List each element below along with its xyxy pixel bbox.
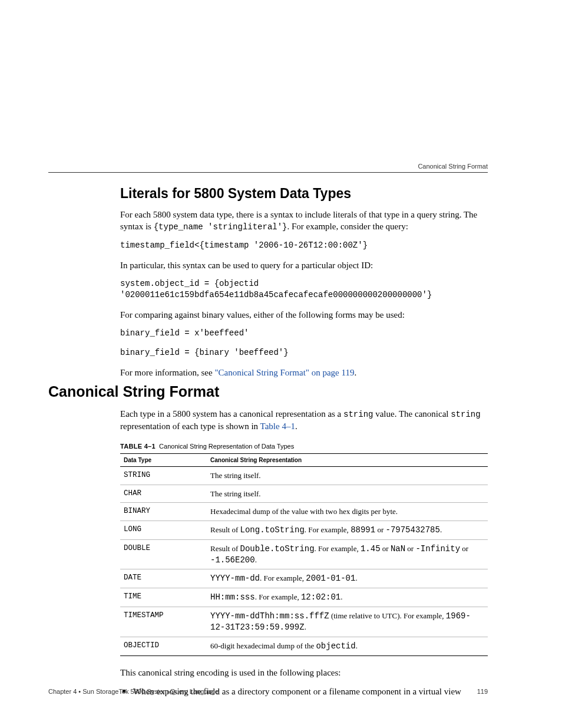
table-row: BINARYHexadecimal dump of the value with… (120, 503, 488, 521)
text: Result of (210, 525, 240, 534)
inline-code: YYYY-mm-dd (210, 574, 260, 583)
text: or (381, 544, 391, 553)
content-block-1: Literals for 5800 System Data Types For … (120, 186, 488, 386)
running-head: Canonical String Format (418, 163, 488, 170)
text: . (356, 641, 358, 650)
cell-representation: The string itself. (207, 467, 488, 485)
table-row: CHARThe string itself. (120, 485, 488, 503)
cell-representation: Result of Long.toString. For example, 88… (207, 521, 488, 539)
text: . (355, 574, 357, 582)
inline-code: 88991 (351, 525, 375, 535)
inline-code: NaN (391, 544, 405, 554)
col-header-representation: Canonical String Representation (207, 454, 488, 467)
inline-code: HH:mm:sss (210, 592, 255, 602)
text: (time relative to UTC). For example, (329, 611, 446, 620)
cell-representation: 60-digit hexadecimal dump of the objecti… (207, 637, 488, 656)
text: or (460, 544, 468, 553)
table-row: LONGResult of Long.toString. For example… (120, 521, 488, 539)
table-row: TIMESTAMPYYYY-mm-ddThh:mm:ss.fffZ (time … (120, 607, 488, 637)
inline-code: Double.toString (240, 544, 315, 554)
text: The string itself. (210, 489, 261, 498)
text: . For example, (255, 592, 301, 601)
text: . For example, (305, 525, 351, 534)
table-label: TABLE 4–1 (120, 443, 156, 450)
text: For more information, see (120, 368, 214, 377)
text: . (340, 592, 342, 601)
table-canonical-string: Data Type Canonical String Representatio… (120, 453, 488, 656)
cell-representation: YYYY-mm-ddThh:mm:ss.fffZ (time relative … (207, 607, 488, 637)
text: value. The canonical (373, 409, 451, 419)
link-canonical-string-format[interactable]: "Canonical String Format" on page 119 (214, 368, 354, 377)
cell-data-type: STRING (120, 467, 207, 485)
inline-code: 1.45 (361, 544, 381, 554)
cell-representation: Result of Double.toString. For example, … (207, 539, 488, 569)
table-caption: TABLE 4–1 Canonical String Representatio… (120, 443, 488, 450)
para-3: For comparing against binary values, eit… (120, 309, 488, 321)
text: or (405, 544, 415, 553)
text: . (354, 368, 356, 377)
inline-code: -7975432785 (385, 525, 439, 535)
text: . (295, 421, 297, 431)
page-footer: Chapter 4 • Sun StorageTek 5800 System Q… (48, 688, 488, 695)
text: Hexadecimal dump of the value with two h… (210, 507, 398, 516)
inline-code: -Infinity (415, 544, 460, 554)
cell-representation: The string itself. (207, 485, 488, 503)
col-header-data-type: Data Type (120, 454, 207, 467)
inline-code: 2001-01-01 (306, 574, 355, 583)
text: . (440, 525, 442, 534)
cell-data-type: DATE (120, 569, 207, 588)
inline-code: string (343, 410, 373, 419)
para-2: In particular, this syntax can be used t… (120, 259, 488, 271)
text: . For example, consider the query: (287, 222, 408, 231)
text: 60-digit hexadecimal dump of the (210, 641, 316, 650)
text: . (255, 555, 257, 564)
text: Each type in a 5800 system has a canonic… (120, 409, 343, 419)
text: The string itself. (210, 471, 261, 480)
inline-code: Long.toString (240, 525, 305, 535)
content-block-2: Each type in a 5800 system has a canonic… (120, 408, 488, 697)
para-4: For more information, see "Canonical Str… (120, 367, 488, 378)
text: Result of (210, 544, 240, 553)
text: . For example, (260, 574, 306, 582)
cell-representation: HH:mm:sss. For example, 12:02:01. (207, 588, 488, 607)
inline-code: {type_name 'stringliteral'} (154, 222, 287, 232)
heading-literals: Literals for 5800 System Data Types (120, 186, 488, 202)
text: or (375, 525, 385, 534)
table-row: DATEYYYY-mm-dd. For example, 2001-01-01. (120, 569, 488, 588)
inline-code: string (451, 410, 480, 419)
inline-code: YYYY-mm-ddThh:mm:ss.fffZ (210, 611, 329, 621)
code-block-3: binary_field = x'beeffeed' (120, 328, 488, 339)
cell-data-type: CHAR (120, 485, 207, 503)
para-6: This canonical string encoding is used i… (120, 667, 488, 678)
text: . For example, (315, 544, 361, 553)
cell-data-type: BINARY (120, 503, 207, 521)
header-rule (48, 172, 488, 173)
text: . (305, 622, 306, 631)
code-block-2: system.object_id = {objectid '0200011e61… (120, 278, 488, 301)
para-5: Each type in a 5800 system has a canonic… (120, 408, 488, 432)
table-title: Canonical String Representation of Data … (159, 443, 294, 450)
cell-data-type: OBJECTID (120, 637, 207, 656)
table-row: OBJECTID60-digit hexadecimal dump of the… (120, 637, 488, 656)
inline-code: -1.56E200 (210, 555, 255, 565)
inline-code: objectid (316, 641, 355, 651)
cell-representation: YYYY-mm-dd. For example, 2001-01-01. (207, 569, 488, 588)
table-row: STRINGThe string itself. (120, 467, 488, 485)
text: representation of each type is shown in (120, 421, 260, 431)
page: Canonical String Format Literals for 580… (0, 0, 562, 728)
cell-data-type: DOUBLE (120, 539, 207, 569)
footer-chapter: Chapter 4 • Sun StorageTek 5800 System Q… (48, 688, 219, 695)
table-header-row: Data Type Canonical String Representatio… (120, 454, 488, 467)
table-row: TIMEHH:mm:sss. For example, 12:02:01. (120, 588, 488, 607)
inline-code: 12:02:01 (301, 592, 340, 602)
cell-representation: Hexadecimal dump of the value with two h… (207, 503, 488, 521)
code-block-1: timestamp_field<{timestamp '2006-10-26T1… (120, 240, 488, 251)
footer-page-number: 119 (477, 688, 488, 695)
para-1: For each 5800 system data type, there is… (120, 209, 488, 233)
link-table-4-1[interactable]: Table 4–1 (260, 421, 295, 431)
cell-data-type: TIMESTAMP (120, 607, 207, 637)
table-row: DOUBLEResult of Double.toString. For exa… (120, 539, 488, 569)
heading-canonical: Canonical String Format (48, 383, 488, 400)
code-block-4: binary_field = {binary 'beeffeed'} (120, 347, 488, 358)
cell-data-type: LONG (120, 521, 207, 539)
